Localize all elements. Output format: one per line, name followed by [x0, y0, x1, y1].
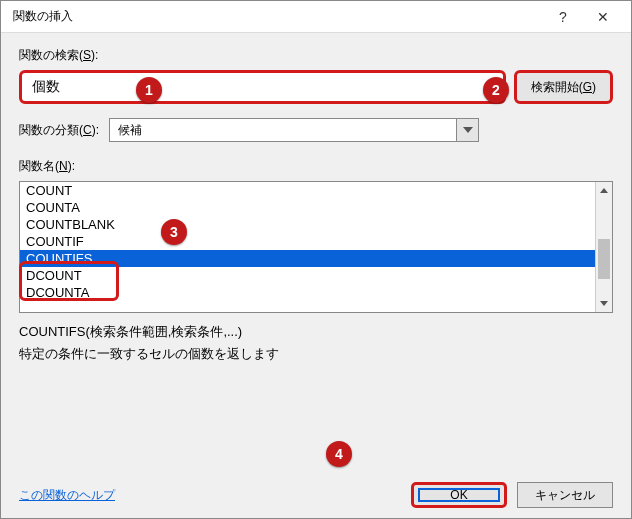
function-listbox[interactable]: COUNT COUNTA COUNTBLANK COUNTIF COUNTIFS…	[19, 181, 613, 313]
search-label: 関数の検索(S):	[19, 47, 613, 64]
help-button[interactable]: ?	[543, 3, 583, 31]
scroll-up-icon[interactable]	[596, 182, 612, 199]
list-item[interactable]: COUNTIF	[20, 233, 595, 250]
annotation-badge: 3	[161, 219, 187, 245]
list-item[interactable]: COUNT	[20, 182, 595, 199]
insert-function-dialog: 関数の挿入 ? ✕ 関数の検索(S): 検索開始(G) 関数の分類(C): 候補	[0, 0, 632, 519]
dialog-body: 関数の検索(S): 検索開始(G) 関数の分類(C): 候補 関数名(N):	[1, 33, 631, 518]
cancel-button[interactable]: キャンセル	[517, 482, 613, 508]
scroll-track[interactable]	[596, 199, 612, 295]
category-row: 関数の分類(C): 候補	[19, 118, 613, 142]
list-item[interactable]: DCOUNTA	[20, 284, 595, 301]
function-description: 特定の条件に一致するセルの個数を返します	[19, 345, 613, 363]
chevron-down-icon[interactable]	[456, 119, 478, 141]
help-link[interactable]: この関数のヘルプ	[19, 487, 115, 504]
search-input[interactable]	[19, 70, 506, 104]
list-item[interactable]: DCOUNT	[20, 267, 595, 284]
scroll-down-icon[interactable]	[596, 295, 612, 312]
category-label: 関数の分類(C):	[19, 122, 99, 139]
list-item[interactable]: COUNTA	[20, 199, 595, 216]
annotation-badge: 4	[326, 441, 352, 467]
scroll-thumb[interactable]	[598, 239, 610, 279]
dialog-title: 関数の挿入	[13, 8, 543, 25]
list-item[interactable]: COUNTBLANK	[20, 216, 595, 233]
titlebar: 関数の挿入 ? ✕	[1, 1, 631, 33]
ok-button[interactable]: OK	[411, 482, 507, 508]
search-start-button[interactable]: 検索開始(G)	[514, 70, 613, 104]
search-row: 検索開始(G)	[19, 70, 613, 104]
footer: この関数のヘルプ OK キャンセル	[19, 472, 613, 508]
category-value: 候補	[110, 119, 456, 141]
scrollbar[interactable]	[595, 182, 612, 312]
category-select[interactable]: 候補	[109, 118, 479, 142]
close-button[interactable]: ✕	[583, 3, 623, 31]
annotation-badge: 1	[136, 77, 162, 103]
function-list: COUNT COUNTA COUNTBLANK COUNTIF COUNTIFS…	[20, 182, 595, 312]
annotation-badge: 2	[483, 77, 509, 103]
function-name-label: 関数名(N):	[19, 158, 613, 175]
function-syntax: COUNTIFS(検索条件範囲,検索条件,...)	[19, 323, 613, 341]
list-item-selected[interactable]: COUNTIFS	[20, 250, 595, 267]
